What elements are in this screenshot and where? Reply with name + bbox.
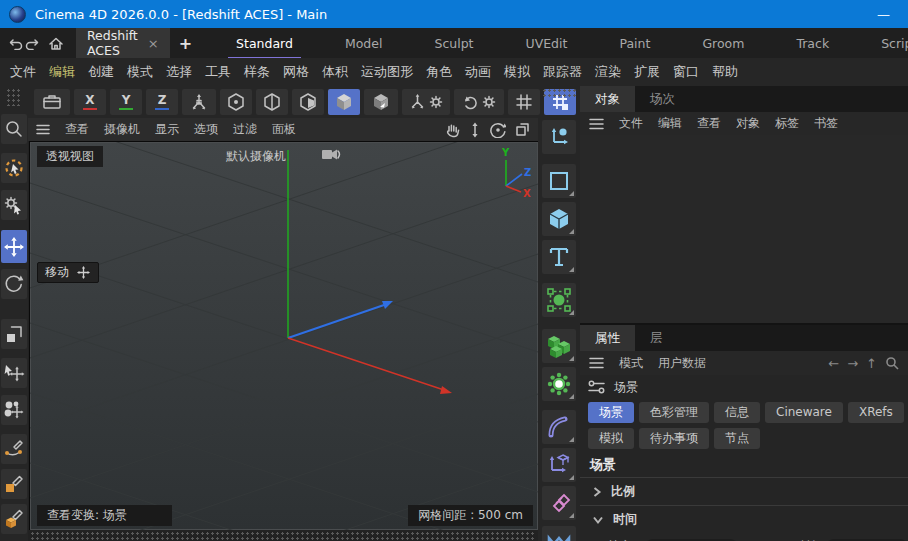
vp-menu-options[interactable]: 选项 xyxy=(194,121,218,138)
camera-icon[interactable] xyxy=(320,147,342,162)
vp-menu-camera[interactable]: 摄像机 xyxy=(104,121,140,138)
vp-menu-panel[interactable]: 面板 xyxy=(272,121,296,138)
snap-rotate-settings-icon[interactable] xyxy=(454,89,504,115)
layout-tab-script[interactable]: Script xyxy=(877,30,908,57)
spline-pen-tool-icon[interactable] xyxy=(1,434,27,464)
tab-takes[interactable]: 场次 xyxy=(635,86,690,112)
left-drag-handle[interactable] xyxy=(6,88,22,106)
mograph-icon[interactable] xyxy=(542,367,576,401)
orbit-icon[interactable] xyxy=(490,122,506,138)
menu-character[interactable]: 角色 xyxy=(426,63,452,81)
selection-settings-tool-icon[interactable] xyxy=(1,190,27,220)
menu-help[interactable]: 帮助 xyxy=(712,63,738,81)
menu-extensions[interactable]: 扩展 xyxy=(634,63,660,81)
scene-helpers-icon[interactable] xyxy=(542,448,576,482)
forward-arrow-icon[interactable]: → xyxy=(847,356,858,371)
menu-select[interactable]: 选择 xyxy=(166,63,192,81)
menu-tools[interactable]: 工具 xyxy=(205,63,231,81)
maximize-panel-icon[interactable] xyxy=(515,122,530,137)
minimize-button[interactable]: — xyxy=(877,7,890,22)
pen-primitive-tool-icon[interactable] xyxy=(1,504,27,534)
menu-mograph[interactable]: 运动图形 xyxy=(361,63,413,81)
viewport-canvas[interactable]: 透视视图 默认摄像机 Y Z X 移动 查看变换: 场景 网格间距 : 500 … xyxy=(29,141,539,531)
camera-clipped-icon[interactable] xyxy=(542,526,576,541)
back-arrow-icon[interactable]: ← xyxy=(828,356,839,371)
menu-mode[interactable]: 模式 xyxy=(127,63,153,81)
layout-tab-paint[interactable]: Paint xyxy=(615,30,654,57)
up-arrow-icon[interactable]: ↑ xyxy=(866,356,877,371)
am-hamburger-icon[interactable] xyxy=(589,357,604,369)
texture-mode-icon[interactable] xyxy=(364,89,398,115)
axis-lock-y-button[interactable]: Y xyxy=(110,89,142,115)
close-tab-icon[interactable]: × xyxy=(148,36,159,51)
axis-center-settings-icon[interactable] xyxy=(402,89,450,115)
timeline-drag-handle[interactable] xyxy=(28,530,538,541)
camera-label[interactable]: 默认摄像机 xyxy=(226,148,286,165)
scale-tool-icon[interactable] xyxy=(1,319,27,349)
workspace-tab[interactable]: Redshift ACES × xyxy=(76,28,170,58)
rotate-tool-icon[interactable] xyxy=(1,269,27,299)
section-scale[interactable]: 比例 xyxy=(580,477,908,505)
add-tab-button[interactable]: + xyxy=(179,34,192,53)
model-mode-icon[interactable] xyxy=(328,89,360,115)
menu-render[interactable]: 渲染 xyxy=(595,63,621,81)
attr-tab-scene[interactable]: 场景 xyxy=(588,402,634,423)
axis-lock-x-button[interactable]: X xyxy=(74,89,106,115)
right-palette-drag-handle[interactable] xyxy=(542,88,578,98)
am-menu-mode[interactable]: 模式 xyxy=(619,355,643,372)
om-hamburger-icon[interactable] xyxy=(589,118,604,130)
soft-move-tool-icon[interactable] xyxy=(1,395,27,425)
viewport-hamburger-icon[interactable] xyxy=(36,124,50,135)
tab-objects[interactable]: 对象 xyxy=(580,86,635,112)
axis-lock-z-button[interactable]: Z xyxy=(146,89,178,115)
am-menu-userdata[interactable]: 用户数据 xyxy=(658,355,706,372)
om-menu-edit[interactable]: 编辑 xyxy=(658,115,682,132)
tab-layers[interactable]: 层 xyxy=(635,325,678,351)
spline-primitives-icon[interactable] xyxy=(542,164,576,198)
menu-volume[interactable]: 体积 xyxy=(322,63,348,81)
layout-tab-standard[interactable]: Standard xyxy=(232,30,297,57)
generators-icon[interactable] xyxy=(542,283,576,317)
menu-mesh[interactable]: 网格 xyxy=(283,63,309,81)
grid-icon[interactable] xyxy=(508,89,540,115)
layout-tab-model[interactable]: Model xyxy=(341,30,387,57)
menu-window[interactable]: 窗口 xyxy=(673,63,699,81)
redo-button[interactable] xyxy=(24,36,40,50)
attr-tab-xrefs[interactable]: XRefs xyxy=(848,402,904,423)
menu-tracker[interactable]: 跟踪器 xyxy=(543,63,582,81)
om-menu-file[interactable]: 文件 xyxy=(619,115,643,132)
attr-tab-color-management[interactable]: 色彩管理 xyxy=(639,402,709,423)
vp-menu-display[interactable]: 显示 xyxy=(155,121,179,138)
view-label[interactable]: 透视视图 xyxy=(37,146,103,167)
zoom-tool-icon[interactable] xyxy=(1,114,27,144)
instance-icon[interactable] xyxy=(542,486,576,520)
pan-hand-icon[interactable] xyxy=(444,122,460,138)
points-mode-icon[interactable] xyxy=(220,89,252,115)
layout-tab-track[interactable]: Track xyxy=(792,30,833,57)
tab-attributes[interactable]: 属性 xyxy=(580,325,635,351)
undo-button[interactable] xyxy=(8,36,24,50)
layout-tab-uvedit[interactable]: UVEdit xyxy=(522,30,572,57)
selected-object-row[interactable]: 场景 xyxy=(580,375,908,399)
primitive-cube-icon[interactable] xyxy=(542,202,576,236)
layout-tab-sculpt[interactable]: Sculpt xyxy=(430,30,477,57)
menu-spline[interactable]: 样条 xyxy=(244,63,270,81)
menu-simulate[interactable]: 模拟 xyxy=(504,63,530,81)
object-list[interactable] xyxy=(580,135,908,325)
om-menu-bookmarks[interactable]: 书签 xyxy=(814,115,838,132)
am-search-icon[interactable] xyxy=(885,356,899,370)
vp-menu-view[interactable]: 查看 xyxy=(65,121,89,138)
vp-menu-filter[interactable]: 过滤 xyxy=(233,121,257,138)
attr-tab-simulation[interactable]: 模拟 xyxy=(588,428,634,449)
attr-tab-nodes[interactable]: 节点 xyxy=(714,428,760,449)
move-tool-icon[interactable] xyxy=(1,230,27,263)
deformers-icon[interactable] xyxy=(542,410,576,444)
tweak-move-tool-icon[interactable] xyxy=(1,358,27,388)
attr-tab-cineware[interactable]: Cineware xyxy=(765,402,843,423)
sketch-pen-tool-icon[interactable] xyxy=(1,469,27,499)
edges-mode-icon[interactable] xyxy=(256,89,288,115)
section-time[interactable]: 时间 xyxy=(580,505,908,533)
motext-icon[interactable] xyxy=(542,240,576,274)
layout-tab-groom[interactable]: Groom xyxy=(698,30,748,57)
attr-tab-todo[interactable]: 待办事项 xyxy=(639,428,709,449)
